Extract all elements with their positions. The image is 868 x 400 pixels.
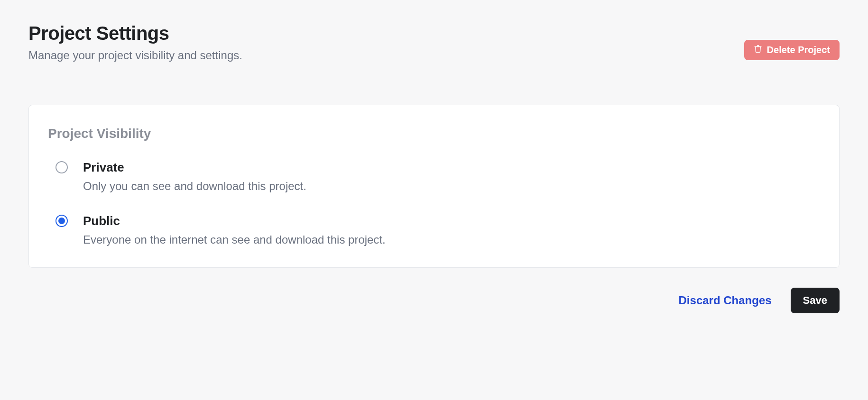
visibility-option-description: Everyone on the internet can see and dow… [83,233,386,246]
trash-icon [754,45,762,55]
visibility-option-label: Public [83,214,386,228]
header-text: Project Settings Manage your project vis… [28,23,242,62]
delete-project-label: Delete Project [767,45,830,55]
page-subtitle: Manage your project visibility and setti… [28,49,242,62]
visibility-section-title: Project Visibility [48,126,820,141]
visibility-option-text: Public Everyone on the internet can see … [83,214,386,246]
visibility-option-label: Private [83,160,306,175]
visibility-option-public[interactable]: Public Everyone on the internet can see … [55,214,820,246]
visibility-card: Project Visibility Private Only you can … [28,105,840,268]
visibility-option-text: Private Only you can see and download th… [83,160,306,193]
visibility-option-private[interactable]: Private Only you can see and download th… [55,160,820,193]
page-title: Project Settings [28,23,242,44]
visibility-option-description: Only you can see and download this proje… [83,180,306,193]
delete-project-button[interactable]: Delete Project [744,40,840,60]
visibility-radio-private[interactable] [55,161,68,173]
visibility-radio-public[interactable] [55,215,68,227]
footer-actions: Discard Changes Save [28,288,840,313]
save-button[interactable]: Save [791,288,840,313]
discard-changes-button[interactable]: Discard Changes [679,294,772,307]
visibility-radio-group: Private Only you can see and download th… [48,160,820,246]
page-header: Project Settings Manage your project vis… [28,23,840,62]
